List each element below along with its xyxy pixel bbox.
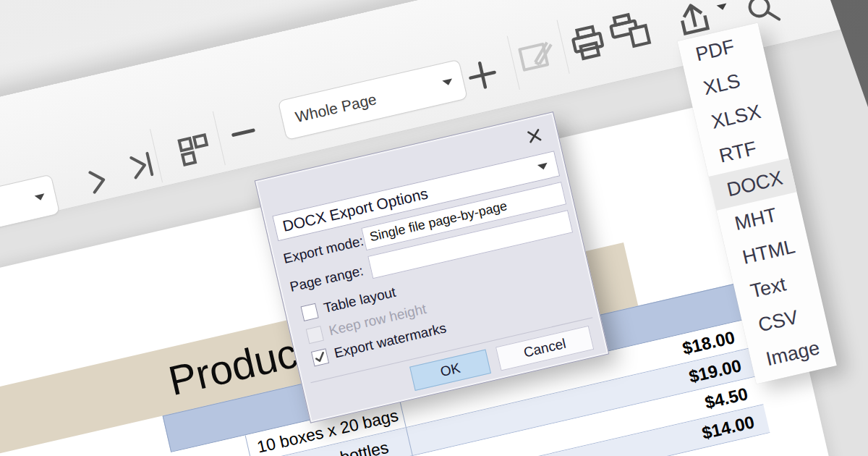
chevron-down-icon	[537, 163, 548, 171]
viewport: Product 10 boxes x 20 bags $18.00 24 - 1…	[0, 0, 868, 456]
checkbox-checked-icon	[311, 348, 329, 366]
close-icon	[525, 127, 544, 145]
page-range-label: Page range:	[289, 263, 365, 295]
chevron-down-icon	[442, 78, 453, 86]
chevron-down-icon	[35, 193, 46, 201]
export-mode-label: Export mode:	[282, 233, 365, 267]
checkbox-icon	[306, 326, 324, 344]
checkbox-icon	[300, 303, 318, 321]
dialog-close-button[interactable]	[522, 124, 547, 148]
